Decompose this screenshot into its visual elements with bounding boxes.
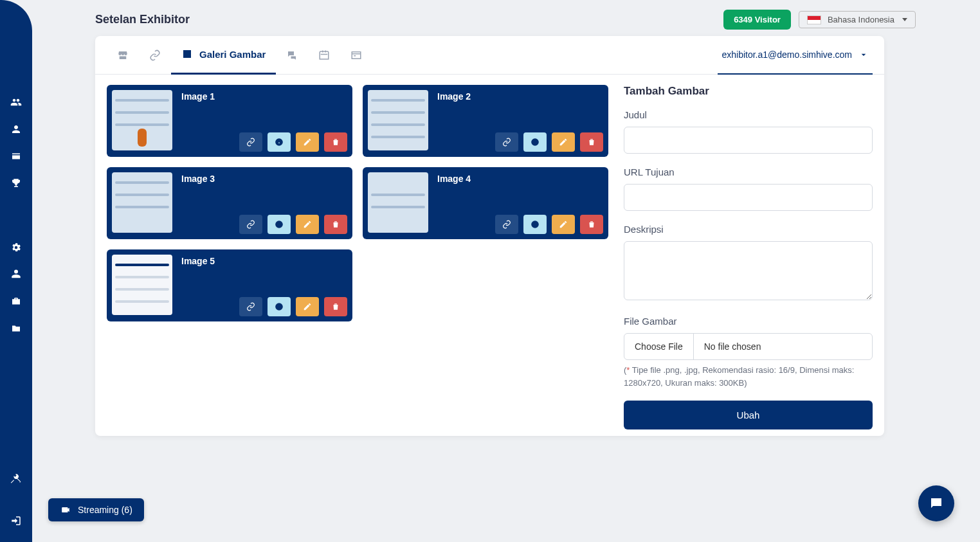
card-info-button[interactable] [268,215,291,234]
label-file: File Gambar [624,316,873,327]
chevron-down-icon [858,50,869,60]
page-title: Setelan Exhibitor [95,13,190,26]
gallery-card-title: Image 3 [181,174,347,184]
file-input[interactable]: Choose File No file chosen [624,333,873,360]
tab-calendar[interactable] [308,36,340,75]
video-icon [60,505,71,514]
main-card: Galeri Gambar exhibitor.a1@demo.simhive.… [95,36,884,436]
gallery-card: Image 4 [363,167,608,239]
nav-visitors-icon[interactable] [10,96,22,108]
chat-icon [929,496,944,511]
tab-gallery-label: Galeri Gambar [199,49,266,60]
card-edit-button[interactable] [552,215,575,234]
user-email-dropdown[interactable]: exhibitor.a1@demo.simhive.com [718,36,873,75]
card-link-button[interactable] [239,297,262,316]
tab-bar: Galeri Gambar exhibitor.a1@demo.simhive.… [95,36,884,75]
file-name-display: No file chosen [694,334,872,359]
gallery-card-title: Image 5 [181,256,347,266]
tab-gallery[interactable]: Galeri Gambar [171,36,276,75]
chat-fab[interactable] [918,485,954,521]
nav-booth-icon[interactable] [10,150,22,162]
card-info-button[interactable] [268,132,291,152]
gallery-grid: Image 1 Image 2 [107,85,608,424]
gallery-thumbnail [368,90,428,150]
label-url: URL Tujuan [624,167,873,177]
card-delete-button[interactable] [324,215,347,234]
file-choose-button[interactable]: Choose File [624,334,694,359]
label-description: Deskripsi [624,224,873,235]
page-header: Setelan Exhibitor 6349 Visitor Bahasa In… [95,10,916,30]
nav-group-icon[interactable] [10,269,22,280]
card-delete-button[interactable] [580,215,603,234]
nav-trophy-icon[interactable] [10,177,22,189]
gallery-card: Image 2 [363,85,608,157]
sidebar [0,0,32,542]
language-label: Bahasa Indonesia [828,15,894,24]
gallery-card: Image 1 [107,85,352,157]
card-edit-button[interactable] [296,215,319,234]
tab-chat[interactable] [276,36,308,75]
card-delete-button[interactable] [324,132,347,152]
nav-settings-icon[interactable] [10,242,22,253]
gallery-card-title: Image 4 [437,174,603,184]
card-delete-button[interactable] [324,297,347,316]
tab-store[interactable] [107,36,139,75]
nav-profile-icon[interactable] [10,123,22,135]
file-hint: (* Tipe file .png, .jpg, Rekomendasi ras… [624,364,873,389]
svg-point-3 [531,221,539,228]
svg-point-1 [531,138,539,146]
card-edit-button[interactable] [552,132,575,152]
nav-tools-icon[interactable] [10,473,22,484]
gallery-thumbnail [112,90,172,150]
card-info-button[interactable] [268,297,291,316]
chevron-down-icon [902,18,907,21]
nav-briefcase-icon[interactable] [10,296,22,307]
streaming-button[interactable]: Streaming (6) [48,498,144,521]
nav-folder-icon[interactable] [10,323,22,334]
form-heading: Tambah Gambar [624,85,873,98]
card-edit-button[interactable] [296,132,319,152]
gallery-card: Image 3 [107,167,352,239]
url-input[interactable] [624,184,873,211]
submit-button[interactable]: Ubah [624,401,873,429]
card-link-button[interactable] [495,215,518,234]
tab-links[interactable] [139,36,171,75]
svg-point-4 [275,303,283,311]
card-link-button[interactable] [495,132,518,152]
card-info-button[interactable] [523,215,547,234]
card-link-button[interactable] [239,132,262,152]
logout-icon[interactable] [10,515,22,527]
svg-point-2 [275,221,283,228]
streaming-label: Streaming (6) [78,505,132,515]
add-image-form: Tambah Gambar Judul URL Tujuan Deskripsi… [624,85,873,424]
visitor-badge[interactable]: 6349 Visitor [723,10,791,30]
label-title: Judul [624,109,873,120]
gallery-card-title: Image 1 [181,91,347,102]
tab-card[interactable] [340,36,372,75]
flag-icon [807,15,821,24]
gallery-thumbnail [112,255,172,315]
gallery-card-title: Image 2 [437,91,603,102]
gallery-thumbnail [368,172,428,233]
card-delete-button[interactable] [580,132,603,152]
user-email-text: exhibitor.a1@demo.simhive.com [721,50,852,60]
title-input[interactable] [624,127,873,154]
description-textarea[interactable] [624,241,873,300]
language-select[interactable]: Bahasa Indonesia [799,11,916,28]
card-edit-button[interactable] [296,297,319,316]
card-link-button[interactable] [239,215,262,234]
gallery-card: Image 5 [107,249,352,321]
gallery-thumbnail [112,172,172,233]
card-info-button[interactable] [523,132,547,152]
